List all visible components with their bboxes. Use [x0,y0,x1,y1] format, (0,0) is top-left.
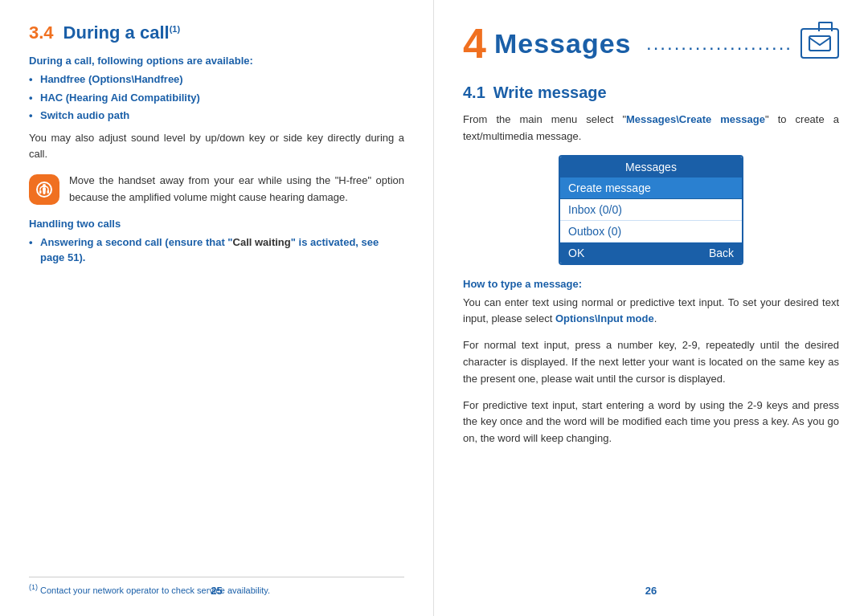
might-word: might [211,191,236,203]
phone-ui-ok: OK [568,247,584,259]
left-page-number: 25 [211,585,222,597]
phone-ui-footer: OK Back [560,243,742,263]
call-waiting-bold: Call waiting [233,236,291,248]
answering-bullet-list: Answering a second call (ensure that "Ca… [29,235,404,266]
chapter-dots: ..................... [646,32,792,55]
bullet-handfree: Handfree (Options\Handfree) [29,71,404,88]
how-to-para2: For normal text input, press a number ke… [463,337,839,387]
bullet-answering: Answering a second call (ensure that "Ca… [29,235,404,266]
section-41-heading: 4.1 Write message [463,84,839,102]
svg-rect-4 [809,36,830,51]
bullet-hac: HAC (Hearing Aid Compatibility) [29,90,404,106]
bullet-switch-audio: Switch audio path [29,108,404,124]
phone-ui-back: Back [709,247,734,259]
messages-create-bold: Messages\Create message [626,113,765,125]
phone-ui-mockup: Messages Create message Inbox (0/0) Outb… [559,155,743,265]
phone-ui-create-message: Create message [560,177,742,199]
options-bullet-list: Handfree (Options\Handfree) HAC (Hearing… [29,71,404,124]
svg-rect-2 [39,190,42,194]
options-sub-heading: During a call, following options are ava… [29,55,404,67]
write-message-intro: From the main menu select "Messages\Crea… [463,112,839,145]
section-34-title: During a call(1) [63,22,181,43]
chapter-4-heading: 4 Messages ..................... [463,22,839,64]
section-41-num: 4.1 [463,84,485,102]
phone-ui-outbox: Outbox (0) [560,221,742,243]
left-page: 3.4 During a call(1) During a call, foll… [0,0,434,616]
phone-ui-header: Messages [560,157,742,177]
envelope-icon [800,28,839,59]
footnote-num: (1) [29,583,38,591]
options-input-bold: Options\Input mode [555,312,654,324]
phone-ui-inbox: Inbox (0/0) [560,199,742,221]
right-page: 4 Messages ..................... 4.1 Wri… [434,0,868,616]
section-34-num: 3.4 [29,22,54,43]
svg-rect-3 [47,190,50,194]
how-to-para3: For predictive text input, start enterin… [463,398,839,447]
how-to-type-heading: How to type a message: [463,278,839,290]
section-34-heading: 3.4 During a call(1) [29,22,404,43]
section-41-title: Write message [493,84,607,102]
chapter-4-num: 4 [463,22,486,64]
warning-box: Move the handset away from your ear whil… [29,173,404,206]
chapter-4-title: Messages [494,28,641,59]
how-to-para1: You can enter text using normal or predi… [463,295,839,328]
adjust-sound-para: You may also adjust sound level by up/do… [29,130,404,164]
footnote-text-content: Contact your network operator to check s… [40,585,270,595]
handling-sub-heading: Handling two calls [29,218,404,230]
right-page-number: 26 [645,585,657,597]
handling-section: Handling two calls Answering a second ca… [29,218,404,266]
warning-text: Move the handset away from your ear whil… [69,173,404,206]
warning-icon [29,174,59,205]
